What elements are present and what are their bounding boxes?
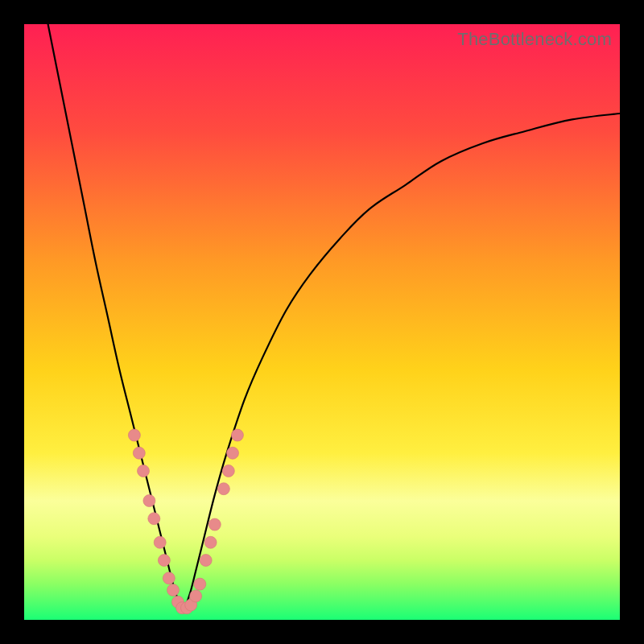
marker-point	[208, 518, 221, 530]
marker-point	[190, 590, 202, 602]
marker-point	[138, 465, 150, 477]
marker-point	[227, 447, 239, 459]
marker-point	[222, 465, 234, 477]
marker-point	[167, 584, 180, 597]
marker-point	[194, 578, 206, 590]
curves-layer	[24, 24, 620, 620]
marker-point	[163, 572, 175, 584]
left-curve	[48, 24, 185, 608]
watermark-text: TheBottleneck.com	[457, 29, 612, 50]
right-curve	[185, 114, 620, 608]
marker-point	[231, 429, 243, 441]
marker-point	[133, 447, 145, 459]
marker-point	[204, 536, 217, 548]
marker-point	[128, 429, 140, 441]
marker-point	[217, 483, 229, 495]
outer-frame: TheBottleneck.com	[0, 0, 644, 644]
marker-point	[158, 555, 170, 567]
marker-point	[148, 513, 160, 525]
marker-point	[143, 495, 155, 507]
marker-point	[200, 555, 212, 567]
plot-area: TheBottleneck.com	[24, 24, 620, 620]
marker-point	[154, 536, 166, 548]
